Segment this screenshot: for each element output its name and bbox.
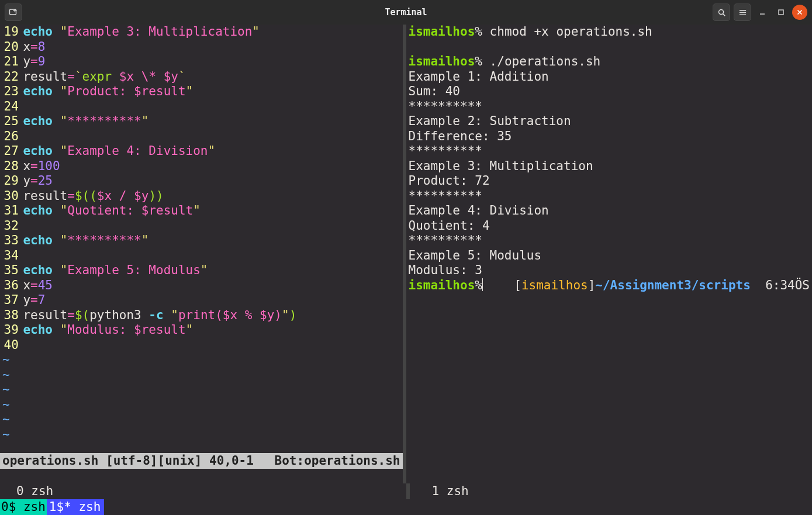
- line-number: 29: [2, 174, 19, 189]
- line-number: 34: [2, 248, 19, 264]
- svg-point-3: [718, 9, 723, 14]
- blank-line: [409, 40, 810, 55]
- output-line: Modulus: 3: [409, 263, 810, 278]
- eof-line: ~: [2, 368, 400, 383]
- line-number: 26: [2, 129, 19, 144]
- code-line: 27echo "Example 4: Division": [2, 144, 400, 159]
- code-line: 35echo "Example 5: Modulus": [2, 263, 400, 278]
- terminal-window: Terminal: [0, 0, 812, 515]
- vim-cmdline[interactable]: [0, 469, 403, 484]
- hamburger-icon: [738, 8, 747, 17]
- output-line: **********: [409, 144, 810, 159]
- terminal-body: 19echo "Example 3: Multiplication"20x=82…: [0, 25, 812, 515]
- line-number: 19: [2, 25, 19, 40]
- code-line: 28x=100: [2, 159, 400, 174]
- output-line: Difference: 35: [409, 129, 810, 144]
- line-number: 22: [2, 70, 19, 85]
- tmux-pane-title-left: 0 zsh: [0, 483, 406, 499]
- code-line: 26: [2, 129, 400, 144]
- eof-line: ~: [2, 382, 400, 398]
- tmux-pane-title-right: 1 zsh: [406, 483, 813, 499]
- prompt-line: ismailhos% ./operations.sh: [409, 54, 810, 70]
- tmux-pane-titles: 0 zsh 1 zsh: [0, 483, 812, 499]
- output-line: **********: [409, 189, 810, 204]
- line-number: 28: [2, 159, 19, 174]
- line-number: 30: [2, 189, 19, 204]
- code-line: 23echo "Product: $result": [2, 84, 400, 99]
- line-number: 33: [2, 233, 19, 248]
- code-line: 19echo "Example 3: Multiplication": [2, 25, 400, 40]
- code-line: 32: [2, 219, 400, 234]
- output-line: Product: 72: [409, 174, 810, 189]
- code-line: 21y=9: [2, 54, 400, 70]
- code-line: 25echo "**********": [2, 114, 400, 129]
- code-line: 33echo "**********": [2, 233, 400, 248]
- line-number: 35: [2, 263, 19, 278]
- output-line: **********: [409, 233, 810, 248]
- close-button[interactable]: [792, 5, 807, 20]
- vim-status-right: Bot:operations.sh: [275, 453, 400, 469]
- vim-buffer[interactable]: 19echo "Example 3: Multiplication"20x=82…: [0, 25, 403, 442]
- output-line: Example 4: Division: [409, 203, 810, 219]
- line-number: 20: [2, 40, 19, 55]
- output-line: Sum: 40: [409, 84, 810, 99]
- svg-line-4: [723, 13, 724, 15]
- search-button[interactable]: [713, 4, 730, 21]
- line-number: 38: [2, 308, 19, 323]
- output-line: Example 2: Subtraction: [409, 114, 810, 129]
- tmux-panes: 19echo "Example 3: Multiplication"20x=82…: [0, 25, 812, 483]
- line-number: 39: [2, 323, 19, 338]
- line-number: 25: [2, 114, 19, 129]
- window-titlebar: Terminal: [0, 0, 812, 25]
- eof-line: ~: [2, 412, 400, 427]
- line-number: 31: [2, 203, 19, 219]
- output-line: **********: [409, 99, 810, 115]
- line-number: 32: [2, 219, 19, 234]
- code-line: 38result=$(python3 -c "print($x % $y)"): [2, 308, 400, 323]
- line-number: 36: [2, 278, 19, 293]
- eof-line: ~: [2, 398, 400, 413]
- menu-button[interactable]: [734, 4, 751, 21]
- code-line: 40: [2, 338, 400, 353]
- eof-line: ~: [2, 352, 400, 368]
- new-tab-button[interactable]: [5, 4, 22, 21]
- vim-status-left: operations.sh [utf-8][unix] 40,0-1: [2, 453, 254, 469]
- line-number: 24: [2, 99, 19, 115]
- line-number: 27: [2, 144, 19, 159]
- code-line: 31echo "Quotient: $result": [2, 203, 400, 219]
- output-line: Quotient: 4: [409, 219, 810, 234]
- window-title: Terminal: [0, 7, 812, 18]
- code-line: 39echo "Modulus: $result": [2, 323, 400, 338]
- line-number: 40: [2, 338, 19, 353]
- code-line: 37y=7: [2, 293, 400, 308]
- new-tab-icon: [9, 8, 18, 17]
- code-line: 22result=`expr $x \* $y`: [2, 70, 400, 85]
- output-line: Example 5: Modulus: [409, 248, 810, 264]
- tmux-status-bar: 0$ zsh 1$* zsh: [0, 499, 812, 515]
- svg-rect-9: [779, 10, 783, 15]
- close-icon: [796, 9, 803, 16]
- line-number: 23: [2, 84, 19, 99]
- code-line: 24: [2, 99, 400, 115]
- line-number: 37: [2, 293, 19, 308]
- minimize-button[interactable]: [755, 5, 770, 20]
- pane-right[interactable]: ismailhos% chmod +x operations.sh ismail…: [406, 25, 813, 483]
- pane-left[interactable]: 19echo "Example 3: Multiplication"20x=82…: [0, 25, 406, 483]
- code-line: 29y=25: [2, 174, 400, 189]
- eof-line: ~: [2, 427, 400, 443]
- search-icon: [717, 8, 726, 17]
- code-line: 30result=$(($x / $y)): [2, 189, 400, 204]
- shell-output[interactable]: ismailhos% chmod +x operations.sh ismail…: [406, 25, 813, 293]
- code-line: 20x=8: [2, 40, 400, 55]
- prompt-line: ismailhos% chmod +x operations.sh: [409, 25, 810, 40]
- tmux-window-1-active[interactable]: 1$* zsh: [47, 499, 105, 515]
- prompt-line-current[interactable]: ismailhos% [ismailhos] ~/Assignment3/scr…: [409, 278, 810, 293]
- output-line: Example 3: Multiplication: [409, 159, 810, 174]
- code-line: 34: [2, 248, 400, 264]
- line-number: 21: [2, 54, 19, 70]
- tmux-window-0[interactable]: 0$ zsh: [0, 499, 47, 515]
- output-line: Example 1: Addition: [409, 70, 810, 85]
- maximize-button[interactable]: [773, 5, 789, 20]
- vim-status-line: operations.sh [utf-8][unix] 40,0-1 Bot:o…: [0, 453, 403, 469]
- code-line: 36x=45: [2, 278, 400, 293]
